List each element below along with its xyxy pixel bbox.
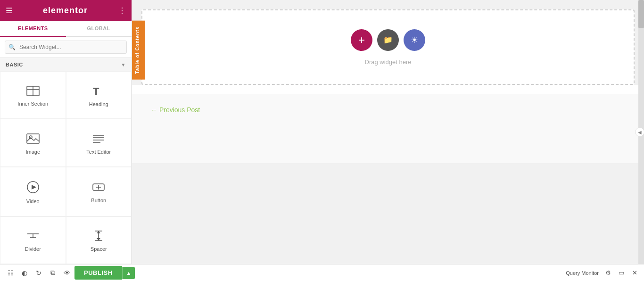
widget-divider[interactable]: Divider xyxy=(0,216,66,264)
widget-text-editor[interactable]: Text Editor xyxy=(66,119,132,166)
drag-widget-text: Drag widget here xyxy=(365,58,412,66)
duplicate-button[interactable]: ⧉ xyxy=(46,266,59,280)
image-icon xyxy=(26,133,40,146)
svg-text:T: T xyxy=(93,85,99,97)
widget-video-label: Video xyxy=(26,198,40,204)
widget-inner-section[interactable]: Inner Section xyxy=(0,71,66,119)
layers-icon: ☷ xyxy=(8,269,14,277)
tab-elements[interactable]: ELEMENTS xyxy=(0,21,66,37)
folder-icon: 📁 xyxy=(383,35,393,44)
canvas-area: + 📁 ☀ Drag widget here ← Previous Post xyxy=(132,0,644,264)
publish-arrow-button[interactable]: ▲ xyxy=(122,267,135,279)
widget-image-label: Image xyxy=(25,149,40,155)
widget-spacer[interactable]: Spacer xyxy=(66,216,132,264)
text-editor-icon xyxy=(92,133,105,146)
section-header-basic[interactable]: BASIC ▼ xyxy=(0,58,132,71)
close-button[interactable]: ✕ xyxy=(629,267,640,279)
bottom-right-icons: ⚙ ▭ ✕ xyxy=(603,267,640,279)
widgets-grid: Inner Section T Heading xyxy=(0,71,132,264)
svg-rect-4 xyxy=(27,134,39,143)
plus-icon: + xyxy=(358,34,365,46)
eye-icon: 👁 xyxy=(64,269,70,277)
publish-arrow-icon: ▲ xyxy=(126,270,132,276)
drop-zone-buttons: + 📁 ☀ xyxy=(351,29,425,51)
close-icon: ✕ xyxy=(632,269,637,276)
widget-image[interactable]: Image xyxy=(0,119,66,166)
sidebar-header: ☰ elementor ⋮ xyxy=(0,0,132,21)
layers-button[interactable]: ☷ xyxy=(4,266,17,280)
search-container: 🔍 xyxy=(0,37,132,58)
drop-zone: + 📁 ☀ Drag widget here xyxy=(141,9,635,85)
history-icon: ↻ xyxy=(36,269,41,277)
bottom-toolbar: ☷ ◐ ↻ ⧉ 👁 PUBLISH ▲ Query Monitor ⚙ ▭ xyxy=(0,264,644,281)
widget-heading[interactable]: T Heading xyxy=(66,71,132,119)
history-button[interactable]: ↻ xyxy=(32,266,45,280)
folder-button[interactable]: 📁 xyxy=(377,29,399,51)
add-widget-button[interactable]: + xyxy=(351,29,372,51)
sidebar-tabs: ELEMENTS GLOBAL xyxy=(0,21,132,37)
heading-icon: T xyxy=(92,85,105,99)
widget-button[interactable]: Button xyxy=(66,167,132,216)
collapse-sidebar-button[interactable]: ◀ xyxy=(635,127,644,137)
duplicate-icon: ⧉ xyxy=(50,269,55,277)
widget-button-label: Button xyxy=(91,198,106,203)
settings-icon: ⚙ xyxy=(605,269,611,276)
cloud-icon: ☀ xyxy=(411,35,418,45)
bottom-left-tools: ☷ ◐ ↻ ⧉ 👁 PUBLISH ▲ xyxy=(4,266,136,280)
svg-marker-11 xyxy=(32,185,36,190)
widget-divider-label: Divider xyxy=(25,246,41,252)
publish-button[interactable]: PUBLISH xyxy=(74,266,122,280)
widget-video[interactable]: Video xyxy=(0,167,66,216)
sidebar: ☰ elementor ⋮ ELEMENTS GLOBAL 🔍 BASIC ▼ xyxy=(0,0,132,264)
responsive-icon: ▭ xyxy=(619,269,624,276)
sidebar-title: elementor xyxy=(43,6,88,16)
tab-global[interactable]: GLOBAL xyxy=(66,21,132,36)
responsive-button[interactable]: ▭ xyxy=(616,267,627,279)
preview-button[interactable]: 👁 xyxy=(60,266,74,280)
bottom-right-bar: Query Monitor ⚙ ▭ ✕ xyxy=(136,267,640,279)
widget-text-editor-label: Text Editor xyxy=(86,149,111,155)
inner-section-icon xyxy=(26,86,40,98)
spacer-icon xyxy=(92,230,105,243)
search-wrapper: 🔍 xyxy=(5,41,127,54)
cloud-button[interactable]: ☀ xyxy=(404,29,425,51)
style-icon: ◐ xyxy=(22,269,27,277)
search-icon: 🔍 xyxy=(8,44,16,50)
toc-tab[interactable]: Table of Contents xyxy=(132,21,145,80)
video-icon xyxy=(26,181,40,196)
hamburger-icon[interactable]: ☰ xyxy=(6,6,12,15)
scrollbar-thumb[interactable] xyxy=(638,0,644,28)
publish-container: PUBLISH ▲ xyxy=(74,266,135,280)
chevron-down-icon: ▼ xyxy=(121,62,126,67)
button-icon xyxy=(92,182,105,195)
section-label: BASIC xyxy=(6,62,23,67)
search-input[interactable] xyxy=(5,41,127,54)
widget-heading-label: Heading xyxy=(89,101,108,107)
prev-post-area: ← Previous Post xyxy=(132,94,644,125)
grid-icon[interactable]: ⋮ xyxy=(118,6,126,15)
widget-spacer-label: Spacer xyxy=(91,246,107,252)
query-monitor-label: Query Monitor xyxy=(566,270,599,276)
style-button[interactable]: ◐ xyxy=(18,266,31,280)
divider-icon xyxy=(26,230,40,243)
settings-button[interactable]: ⚙ xyxy=(603,267,614,279)
prev-post-link[interactable]: ← Previous Post xyxy=(151,106,200,114)
widget-inner-section-label: Inner Section xyxy=(17,101,48,107)
